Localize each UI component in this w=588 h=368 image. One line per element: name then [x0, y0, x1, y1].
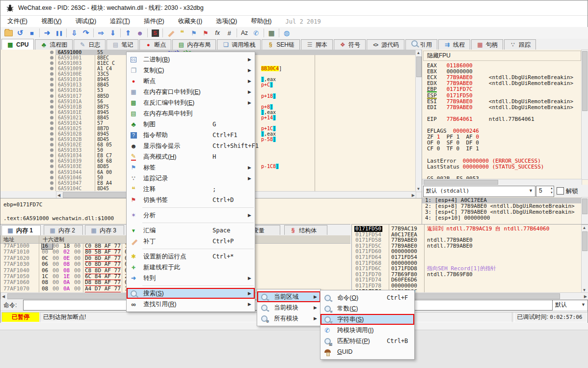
tab-SEH链[interactable]: §SEH链	[262, 39, 300, 50]
stack-row[interactable]: 0171FD74D60FE6D6	[352, 277, 588, 283]
menubar-item-O[interactable]: 选项(O)	[209, 16, 244, 27]
stack-row[interactable]: 0171FD7077B69F80ntdll.77B69F80	[352, 272, 588, 278]
arg-count-stepper[interactable]: 5 ▲▼	[536, 186, 554, 197]
breakpoint-dot-icon[interactable]	[50, 51, 53, 54]
dump-byte[interactable]: 0E	[63, 255, 74, 261]
breakpoint-dot-icon[interactable]	[50, 105, 53, 109]
breakpoint-dot-icon[interactable]	[50, 116, 53, 119]
breakpoint-dot-icon[interactable]	[50, 154, 53, 157]
functions-button[interactable]: fx	[212, 28, 223, 38]
dump-byte[interactable]: 00	[74, 255, 85, 261]
menu-item-[interactable]: ▦匹配特征(P)Ctrl+B	[321, 336, 414, 346]
menu-item-[interactable]: ♣制图G	[127, 119, 255, 130]
dump-byte[interactable]: 00	[74, 268, 85, 274]
breakpoint-dot-icon[interactable]	[50, 83, 53, 86]
menu-item-[interactable]: ?指令帮助Ctrl+F1	[127, 130, 255, 141]
dump-byte[interactable]: 00	[42, 249, 53, 255]
pause-button[interactable]: ❚❚	[53, 28, 65, 38]
breakpoint-dot-icon[interactable]	[50, 132, 53, 136]
breakpoint-dot-icon[interactable]	[50, 143, 53, 146]
minimize-button[interactable]	[519, 0, 541, 15]
menubar-item-V[interactable]: 视图(V)	[34, 16, 69, 27]
dump-byte[interactable]: 00	[53, 280, 63, 285]
register-line[interactable]: LastStatus 00000000 (STATUS_SUCCESS)	[427, 164, 544, 170]
dump-byte[interactable]: 1E	[63, 274, 74, 280]
dump-byte[interactable]: 00	[53, 249, 63, 255]
tab-符号[interactable]: ❖符号	[334, 39, 366, 50]
tab-日志[interactable]: ✎日志	[74, 39, 106, 50]
menu-item-[interactable]: 搜索(S)▶	[127, 288, 255, 299]
patches-button[interactable]: ▬	[164, 28, 176, 38]
dump-byte[interactable]: 16	[42, 243, 53, 249]
menu-item-[interactable]: ▼汇编Space	[127, 225, 255, 236]
argument-row[interactable]: 4: [esp+10] 00000000	[422, 215, 585, 221]
dump-byte[interactable]: 0C	[42, 255, 53, 261]
menu-item-[interactable]: ▩在反汇编中转到(E)▶	[127, 97, 255, 108]
breakpoint-dot-icon[interactable]	[50, 159, 53, 163]
dump-byte[interactable]: 00	[53, 261, 63, 267]
breakpoint-dot-icon[interactable]	[50, 165, 53, 168]
dump-tab-内存 1[interactable]: ▦内存 1	[1, 225, 41, 235]
menu-item-[interactable]: ❝注释;	[127, 184, 255, 195]
dump-byte[interactable]: 08	[42, 286, 53, 292]
command-profile-select[interactable]: 默认 ▼	[552, 300, 588, 311]
run-button[interactable]: ➜	[41, 28, 53, 38]
dump-byte[interactable]: 00	[74, 286, 85, 292]
menu-item-[interactable]: ✱所有模块▶	[257, 313, 321, 324]
step-out-button[interactable]: ⇑	[122, 28, 134, 38]
stack-row[interactable]: 0171FD7800000000	[352, 283, 588, 289]
arguments-vscrollbar[interactable]	[581, 197, 588, 225]
menu-item-[interactable]: ∞查找引用(R)▶	[127, 299, 255, 310]
dump-byte[interactable]: 00	[53, 286, 63, 292]
menu-item-[interactable]: ▤在内存布局中转到	[127, 108, 255, 119]
tab-断点[interactable]: ●断点	[139, 39, 171, 50]
menu-item-[interactable]: ▬补丁Ctrl+P	[127, 236, 255, 247]
tab-流程图[interactable]: ♣流程图	[35, 39, 73, 50]
restart-button[interactable]: ↺	[14, 28, 26, 38]
menubar-item-I[interactable]: 收藏夹(I)	[171, 16, 209, 27]
strings-az-button[interactable]: Aᴢ	[239, 28, 250, 38]
dump-byte[interactable]: 00	[53, 268, 63, 274]
breakpoint-dot-icon[interactable]	[50, 138, 53, 141]
intermodular-calls-button[interactable]: ✆	[250, 28, 262, 38]
menu-item-[interactable]: ✆跨模块调用(I)	[321, 325, 414, 336]
unlock-checkbox[interactable]	[557, 187, 564, 195]
menu-item-[interactable]: ⚑标签▶	[127, 162, 255, 173]
titlebar[interactable]: WeChat.exe - PID: 263C - 模块: wechatwin.d…	[0, 0, 588, 16]
run-trace-button[interactable]: ⇨	[95, 28, 107, 38]
close-button[interactable]	[564, 0, 587, 15]
registers-panel[interactable]: 隐藏FPU EAX 01186000EBX 00000000ECX 77B9AB…	[422, 50, 588, 185]
dump-tab-内存 2[interactable]: ▦内存 2	[44, 225, 83, 235]
step-over-button[interactable]: ↷	[80, 28, 92, 38]
stack-row[interactable]: 0171FD640171FD54	[352, 255, 588, 260]
registers-vscrollbar[interactable]	[581, 50, 588, 180]
breakpoint-dot-icon[interactable]	[50, 111, 53, 114]
menu-item-[interactable]: ●断点▶	[127, 76, 255, 86]
dump-tab-内存 3[interactable]: ▦内存 3	[85, 225, 124, 235]
menu-item-[interactable]: ∵追踪记录▶	[127, 173, 255, 184]
menu-item-[interactable]: ❐复制(C)▶	[127, 65, 255, 76]
dump-tab-结构体[interactable]: §结构体	[284, 225, 327, 235]
breakpoint-dot-icon[interactable]	[50, 170, 53, 174]
breakpoint-dot-icon[interactable]	[50, 181, 53, 185]
calling-convention-select[interactable]: 默认 (stdcall) ▼	[423, 186, 535, 197]
breakpoint-dot-icon[interactable]	[50, 176, 53, 179]
register-line[interactable]: EDI 77B9ABE0 <ntdll.DbgUiRemoteBreakin>	[427, 105, 573, 111]
menubar-item-H[interactable]: 帮助(H)	[244, 16, 278, 27]
breakpoint-dot-icon[interactable]	[50, 78, 53, 81]
dump-byte[interactable]: 1C	[42, 274, 53, 280]
settings-globe-button[interactable]: ◍	[281, 28, 293, 38]
skip-button[interactable]: S	[149, 28, 161, 38]
dump-byte[interactable]: 00	[74, 261, 85, 267]
menu-item-[interactable]: ▪当前模块▶	[257, 302, 321, 313]
breakpoint-dot-icon[interactable]	[50, 187, 53, 190]
dump-byte[interactable]: 0A	[63, 286, 74, 292]
open-file-button[interactable]	[2, 28, 14, 38]
tab-笔记[interactable]: ▤笔记	[107, 39, 138, 50]
dump-byte[interactable]: 00	[53, 243, 63, 249]
tab-源代码[interactable]: <>源代码	[367, 39, 404, 50]
breakpoint-dot-icon[interactable]	[50, 56, 53, 59]
breakpoint-dot-icon[interactable]	[50, 94, 53, 98]
register-line[interactable]: CF 0 TF 0 IF 1	[427, 146, 479, 152]
dump-byte[interactable]: 00	[53, 274, 63, 280]
